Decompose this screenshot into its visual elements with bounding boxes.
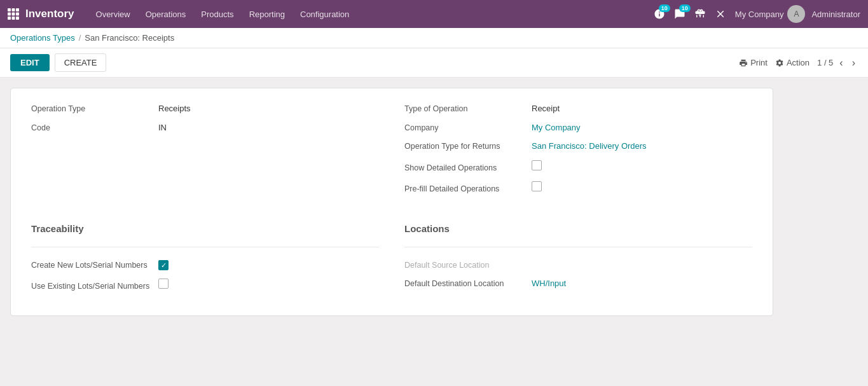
company-value[interactable]: My Company	[532, 123, 581, 132]
locations-section: Locations Default Source Location Defaul…	[404, 223, 752, 300]
edit-button[interactable]: EDIT	[10, 54, 50, 71]
activities-icon[interactable]: 10	[651, 6, 668, 22]
show-detailed-group: Show Detailed Operations	[404, 160, 752, 174]
messages-badge: 10	[679, 4, 691, 12]
form-right: Type of Operation Receipt Company My Com…	[404, 104, 752, 203]
navbar-right: 10 10 My Company A Administrator	[651, 5, 860, 23]
svg-rect-8	[16, 17, 19, 20]
app-title: Inventory	[25, 8, 74, 20]
pagination-info: 1 / 5	[817, 58, 833, 67]
bottom-sections: Traceability Create New Lots/Serial Numb…	[31, 223, 752, 300]
operation-type-label: Operation Type	[31, 104, 158, 115]
gift-icon[interactable]	[692, 6, 708, 22]
svg-rect-6	[8, 17, 11, 20]
nav-operations[interactable]: Operations	[139, 7, 193, 22]
messages-icon[interactable]: 10	[672, 6, 688, 22]
activities-badge: 10	[659, 4, 670, 12]
default-source-label: Default Source Location	[404, 260, 532, 272]
toolbar: EDIT CREATE Print Action 1 / 5 ‹ ›	[0, 48, 868, 78]
prefill-detailed-group: Pre-fill Detailed Operations	[404, 181, 752, 195]
breadcrumb-parent[interactable]: Operations Types	[10, 33, 75, 43]
prefill-detailed-checkbox[interactable]	[532, 181, 542, 191]
create-lots-checkbox[interactable]	[158, 260, 169, 270]
print-icon	[739, 59, 748, 67]
form-section-top: Operation Type Receipts Code IN Type of …	[31, 104, 752, 203]
print-button[interactable]: Print	[739, 58, 768, 67]
show-detailed-label: Show Detailed Operations	[404, 163, 532, 174]
toolbar-right: Print Action 1 / 5 ‹ ›	[739, 56, 858, 70]
nav-overview[interactable]: Overview	[90, 7, 137, 22]
svg-rect-2	[16, 8, 19, 11]
code-label: Code	[31, 123, 158, 134]
type-of-operation-label: Type of Operation	[404, 104, 532, 115]
close-icon[interactable]	[712, 6, 729, 22]
svg-rect-3	[8, 13, 11, 16]
code-value: IN	[158, 123, 167, 132]
default-destination-value[interactable]: WH/Input	[532, 279, 566, 288]
use-existing-checkbox[interactable]	[158, 279, 169, 289]
gear-icon	[775, 59, 784, 67]
operation-type-group: Operation Type Receipts	[31, 104, 379, 115]
navbar: Inventory Overview Operations Products R…	[0, 0, 868, 28]
form-left: Operation Type Receipts Code IN	[31, 104, 379, 203]
op-type-returns-label: Operation Type for Returns	[404, 141, 532, 153]
avatar[interactable]: A	[787, 5, 805, 23]
user-name: Administrator	[811, 10, 860, 19]
svg-rect-5	[16, 13, 19, 16]
op-type-returns-value[interactable]: San Francisco: Delivery Orders	[532, 141, 647, 151]
company-group: Company My Company	[404, 123, 752, 134]
type-of-operation-value: Receipt	[532, 104, 560, 113]
create-button[interactable]: CREATE	[55, 53, 107, 72]
nav-configuration[interactable]: Configuration	[294, 7, 355, 22]
company-name[interactable]: My Company	[735, 10, 784, 19]
form-card: Operation Type Receipts Code IN Type of …	[10, 88, 773, 316]
prev-page-button[interactable]: ‹	[837, 56, 845, 70]
breadcrumb-separator: /	[79, 33, 81, 43]
type-of-operation-group: Type of Operation Receipt	[404, 104, 752, 115]
svg-rect-4	[12, 13, 15, 16]
op-type-returns-group: Operation Type for Returns San Francisco…	[404, 141, 752, 153]
pagination: 1 / 5 ‹ ›	[817, 56, 858, 70]
svg-rect-0	[8, 8, 11, 11]
main-content: Operation Type Receipts Code IN Type of …	[0, 78, 868, 326]
action-button[interactable]: Action	[775, 58, 809, 67]
use-existing-group: Use Existing Lots/Serial Numbers	[31, 279, 379, 293]
use-existing-label: Use Existing Lots/Serial Numbers	[31, 281, 158, 293]
default-source-group: Default Source Location	[404, 260, 752, 272]
locations-divider	[404, 247, 752, 247]
create-lots-label: Create New Lots/Serial Numbers	[31, 260, 158, 272]
company-label: Company	[404, 123, 532, 134]
default-destination-label: Default Destination Location	[404, 279, 532, 290]
navbar-menu: Overview Operations Products Reporting C…	[90, 7, 651, 22]
svg-rect-7	[12, 17, 15, 20]
traceability-section: Traceability Create New Lots/Serial Numb…	[31, 223, 379, 300]
locations-header: Locations	[404, 223, 752, 237]
traceability-divider	[31, 247, 379, 247]
code-group: Code IN	[31, 123, 379, 134]
breadcrumb-current: San Francisco: Receipts	[85, 33, 174, 43]
traceability-header: Traceability	[31, 223, 379, 237]
grid-icon[interactable]	[8, 8, 19, 20]
default-destination-group: Default Destination Location WH/Input	[404, 279, 752, 290]
create-lots-group: Create New Lots/Serial Numbers	[31, 260, 379, 272]
nav-products[interactable]: Products	[195, 7, 240, 22]
breadcrumb: Operations Types / San Francisco: Receip…	[0, 28, 868, 48]
show-detailed-checkbox[interactable]	[532, 160, 542, 170]
nav-reporting[interactable]: Reporting	[243, 7, 291, 22]
operation-type-value: Receipts	[158, 104, 191, 113]
prefill-detailed-label: Pre-fill Detailed Operations	[404, 184, 532, 195]
svg-rect-1	[12, 8, 15, 11]
next-page-button[interactable]: ›	[850, 56, 858, 70]
